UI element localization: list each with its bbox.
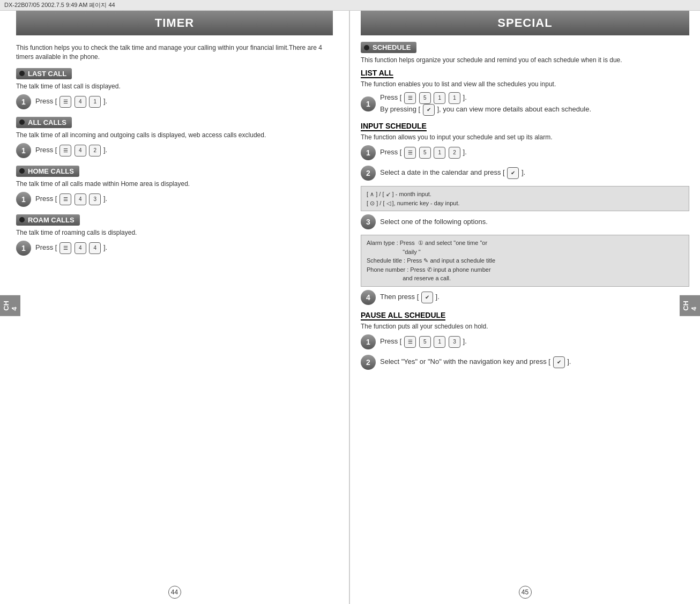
pause-all-schedule-desc: The function puts all your schedules on … (361, 323, 689, 330)
step-circle-4: 1 (16, 241, 31, 256)
last-call-step-text: Press [ (35, 97, 57, 105)
key-1-is: 1 (434, 147, 445, 159)
list-all-desc: The function enables you to list and vie… (361, 80, 689, 88)
key-menu-is: ☰ (404, 147, 416, 159)
last-call-label: LAST CALL (16, 68, 72, 79)
key-5-is: 5 (419, 147, 431, 159)
info-box-calendar: [ ∧ ] / [ ↙ ] - month input. [ ⊙ ] / [ ◁… (361, 186, 689, 211)
pause-step1: 1 Press [ ☰ 5 1 3 ]. (361, 334, 689, 349)
key-menu-4: ☰ (59, 242, 71, 254)
step-circle-is1: 1 (361, 145, 376, 160)
list-all-section: LIST ALL The function enables you to lis… (361, 68, 689, 116)
key-menu-la: ☰ (404, 92, 416, 104)
key-menu-p: ☰ (404, 336, 416, 348)
step-circle-p2: 2 (361, 355, 376, 370)
right-panel: SPECIAL SCHEDULE This function helps org… (350, 11, 700, 604)
pause-step2: 2 Select "Yes" or "No" with the navigati… (361, 355, 689, 370)
top-bar-text: DX-22B07/05 2002.7.5 9:49 AM 페이지 44 (4, 2, 115, 8)
step-circle-2: 1 (16, 143, 31, 158)
key-ok-is4: ✔ (421, 292, 433, 303)
input-schedule-section: INPUT SCHEDULE The function allows you t… (361, 121, 689, 305)
key-4-4: 4 (75, 242, 86, 254)
input-schedule-title: INPUT SCHEDULE (361, 122, 427, 131)
key-1: 1 (89, 96, 101, 108)
key-menu-3: ☰ (59, 193, 71, 205)
key-1b: 1 (449, 92, 460, 104)
ch-tab-left: CH4 (0, 295, 20, 316)
special-title: SPECIAL (361, 11, 689, 35)
key-5-p: 5 (419, 336, 431, 348)
options-box: Alarm type : Press ① and select "one tim… (361, 235, 689, 287)
last-call-step1: 1 Press [ ☰ 4 1 ]. (16, 94, 333, 109)
roam-calls-desc: The talk time of roaming calls is displa… (16, 229, 333, 236)
step-circle-is4: 4 (361, 290, 376, 305)
step-circle-is2: 2 (361, 166, 376, 181)
key-menu-2: ☰ (59, 145, 71, 156)
input-schedule-step2: 2 Select a date in the calendar and pres… (361, 166, 689, 181)
left-panel: TIMER This function helps you to check t… (0, 11, 350, 604)
input-schedule-step4: 4 Then press [ ✔ ]. (361, 290, 689, 305)
key-3: 3 (89, 193, 101, 205)
all-calls-label: ALL CALLS (16, 117, 72, 128)
list-all-step1: 1 Press [ ☰ 5 1 1 ]. By pressing [ ✔ ], … (361, 92, 689, 116)
key-2-is: 2 (449, 147, 460, 159)
key-ok-p2: ✔ (553, 356, 565, 368)
key-3-p: 3 (449, 336, 460, 348)
pause-all-schedule-title: PAUSE ALL SCHEDULE (361, 311, 445, 320)
key-ok-la: ✔ (423, 104, 435, 116)
key-4-5: 4 (89, 242, 101, 254)
ch-tab-right: CH4 (680, 295, 700, 316)
home-calls-step1: 1 Press [ ☰ 4 3 ]. (16, 192, 333, 207)
key-4: 4 (75, 96, 86, 108)
roam-calls-step1: 1 Press [ ☰ 4 4 ]. (16, 241, 333, 256)
input-schedule-step3: 3 Select one of the following options. (361, 214, 689, 229)
list-all-extra: By pressing [ (380, 105, 420, 113)
list-all-title: LIST ALL (361, 69, 393, 78)
input-schedule-desc: The function allows you to input your sc… (361, 133, 689, 141)
timer-description: This function helps you to check the tal… (16, 43, 333, 62)
key-ok-is2: ✔ (507, 167, 519, 179)
last-call-desc: The talk time of last call is displayed. (16, 83, 333, 90)
step-circle-is3: 3 (361, 214, 376, 229)
home-calls-label: HOME CALLS (16, 166, 79, 177)
input-schedule-step1: 1 Press [ ☰ 5 1 2 ]. (361, 145, 689, 160)
roam-calls-label: ROAM CALLS (16, 214, 80, 226)
step-circle-3: 1 (16, 192, 31, 207)
key-4-2: 4 (75, 145, 86, 156)
step-circle-la1: 1 (361, 96, 376, 111)
schedule-desc: This function helps organize your schedu… (361, 56, 689, 64)
page-num-left: 44 (168, 586, 181, 599)
step-circle-1: 1 (16, 94, 31, 109)
all-calls-step1: 1 Press [ ☰ 4 2 ]. (16, 143, 333, 158)
page-num-right: 45 (519, 586, 532, 599)
schedule-section: SCHEDULE This function helps organize yo… (361, 42, 689, 64)
key-4-3: 4 (75, 193, 86, 205)
key-menu: ☰ (59, 96, 71, 108)
all-calls-desc: The talk time of all incoming and outgoi… (16, 131, 333, 139)
home-calls-desc: The talk time of all calls made within H… (16, 180, 333, 188)
top-bar: DX-22B07/05 2002.7.5 9:49 AM 페이지 44 (0, 0, 700, 11)
key-1-p: 1 (434, 336, 445, 348)
step-circle-p1: 1 (361, 334, 376, 349)
pause-all-schedule-section: PAUSE ALL SCHEDULE The function puts all… (361, 310, 689, 370)
timer-title: TIMER (16, 11, 333, 35)
key-5: 5 (419, 92, 431, 104)
schedule-label: SCHEDULE (361, 42, 416, 53)
key-2: 2 (89, 145, 101, 156)
key-1a: 1 (434, 92, 445, 104)
